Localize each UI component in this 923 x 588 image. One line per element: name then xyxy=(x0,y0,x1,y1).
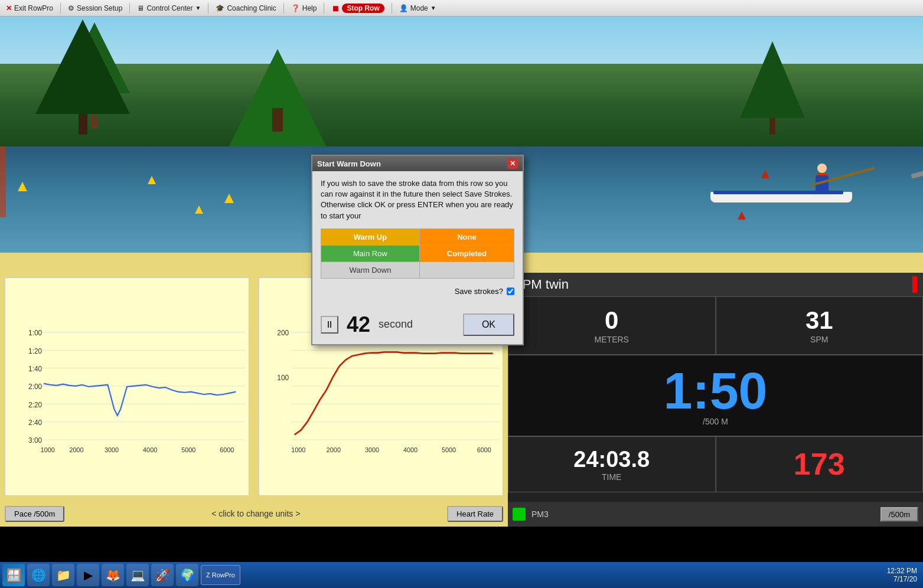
dialog-titlebar: Start Warm Down ✕ xyxy=(312,156,523,171)
pause-icon: ⏸ xyxy=(325,319,334,330)
save-strokes-checkbox[interactable] xyxy=(507,288,514,295)
dialog-footer: ⏸ 42 second OK xyxy=(312,309,523,344)
completed-cell: Completed xyxy=(419,245,514,262)
save-strokes-row: Save strokes? xyxy=(321,287,514,296)
table-row: Warm Down xyxy=(321,262,514,278)
timer-display: 42 xyxy=(347,312,370,337)
mainrow-label-cell: Main Row xyxy=(321,245,420,262)
table-row: Warm Up None xyxy=(321,228,514,245)
dialog-message: If you wish to save the stroke data from… xyxy=(321,178,514,221)
warmdown-label-cell: Warm Down xyxy=(321,262,420,278)
session-table: Warm Up None Main Row Completed Warm Dow… xyxy=(321,228,514,279)
save-strokes-label: Save strokes? xyxy=(455,287,503,296)
pause-button[interactable]: ⏸ xyxy=(321,316,338,334)
warmup-label-cell: Warm Up xyxy=(321,228,420,245)
dialog-body: If you wish to save the stroke data from… xyxy=(312,171,523,309)
ok-button[interactable]: OK xyxy=(463,313,514,336)
timer-unit: second xyxy=(379,318,413,331)
warmdown-value-cell xyxy=(419,262,514,278)
dialog-close-button[interactable]: ✕ xyxy=(507,158,518,169)
start-warm-down-dialog: Start Warm Down ✕ If you wish to save th… xyxy=(311,155,524,345)
table-row: Main Row Completed xyxy=(321,245,514,262)
dialog-title: Start Warm Down xyxy=(317,159,381,168)
none-cell: None xyxy=(419,228,514,245)
dialog-overlay: Start Warm Down ✕ If you wish to save th… xyxy=(0,0,923,588)
